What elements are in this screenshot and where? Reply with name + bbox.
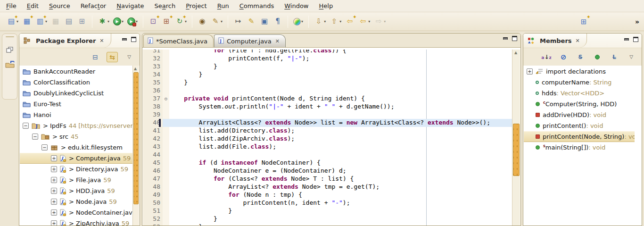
member-item-computername[interactable]: computerName : String bbox=[524, 77, 635, 88]
code-text[interactable]: ArrayList<Class<? extends Node>> list = … bbox=[169, 119, 512, 127]
filter-public-members-button[interactable] bbox=[592, 52, 603, 62]
expand-icon[interactable]: + bbox=[51, 166, 57, 172]
line-number[interactable]: 35 bbox=[143, 79, 163, 87]
menu-run[interactable]: Run bbox=[212, 0, 234, 11]
collapse-icon[interactable]: − bbox=[41, 144, 48, 151]
code-text[interactable]: private void printContent(Node d, String… bbox=[169, 95, 512, 103]
menu-project[interactable]: Project bbox=[181, 0, 212, 11]
expand-icon[interactable]: + bbox=[51, 188, 57, 194]
code-text[interactable]: System.out.println("|-" + ident + " " + … bbox=[169, 103, 512, 111]
tree-item-node-java[interactable]: +J> Node.java59 bbox=[20, 196, 132, 207]
line-number[interactable]: 36 bbox=[143, 87, 163, 95]
explorer-scrollbar[interactable]: ▲ bbox=[132, 66, 139, 226]
member-item-import-declarations[interactable]: +import declarations bbox=[524, 66, 635, 77]
code-line-44[interactable]: 44 bbox=[143, 151, 512, 159]
code-text[interactable]: for (File f : hdd.get(File.class)) { bbox=[169, 50, 512, 55]
expand-icon[interactable]: + bbox=[51, 177, 57, 183]
close-icon[interactable]: ✕ bbox=[576, 38, 580, 44]
link-with-editor-button[interactable]: ⇆ bbox=[107, 52, 118, 62]
member-item-hdds[interactable]: hdds : Vector<HDD> bbox=[524, 88, 635, 99]
tree-item-file-java[interactable]: +J> File.java59 bbox=[20, 175, 132, 185]
code-line-50[interactable]: 50 printContent(n, ident + "-"); bbox=[143, 199, 512, 207]
code-text[interactable] bbox=[169, 151, 512, 159]
menu-search[interactable]: Search bbox=[149, 0, 181, 11]
code-text[interactable]: } bbox=[169, 207, 512, 215]
line-number[interactable]: 44 bbox=[143, 151, 163, 159]
code-text[interactable]: list.add(ZipArchiv.class); bbox=[169, 135, 512, 143]
expand-icon[interactable]: + bbox=[51, 155, 57, 161]
editor-scrollbar[interactable]: ▲ bbox=[512, 50, 520, 226]
scrollbar-thumb[interactable] bbox=[133, 72, 139, 204]
minimize-button[interactable] bbox=[624, 38, 629, 41]
editor-tab-computer-java[interactable]: JComputer.java✕ bbox=[214, 34, 286, 47]
line-number[interactable]: 46 bbox=[143, 167, 163, 175]
search-button[interactable]: ✎▾ bbox=[209, 16, 224, 27]
toolbar-overflow-chevron[interactable]: » bbox=[635, 18, 639, 25]
members-tab[interactable]: Members ✕ bbox=[523, 33, 587, 48]
code-text[interactable]: } bbox=[169, 215, 512, 223]
line-number[interactable]: 37 bbox=[143, 95, 163, 103]
run-button[interactable]: ▶▾ bbox=[112, 17, 125, 26]
compare-button[interactable]: ⊞ bbox=[76, 16, 88, 27]
code-line-43[interactable]: 43 list.add(File.class); bbox=[143, 143, 512, 151]
tree-item-hdd-java[interactable]: +J> HDD.java59 bbox=[20, 185, 132, 196]
new-wizard-button[interactable]: ▤▾ bbox=[5, 16, 20, 27]
tree-item-directory-java[interactable]: +J> Directory.java59 bbox=[20, 164, 132, 175]
next-annotation-button[interactable]: ⇩▾ bbox=[313, 16, 327, 27]
menu-window[interactable]: Window bbox=[279, 0, 314, 11]
editor-tab--someclass-java[interactable]: J*SomeClass.java bbox=[143, 34, 214, 47]
open-resource-button[interactable]: ◉ bbox=[196, 16, 208, 27]
code-line-53[interactable]: 53 } bbox=[143, 223, 512, 226]
menu-navigate[interactable]: Navigate bbox=[111, 0, 149, 11]
menu-commands[interactable]: Commands bbox=[234, 0, 280, 11]
scroll-up-icon[interactable]: ▲ bbox=[134, 67, 137, 71]
expand-icon[interactable]: + bbox=[51, 199, 57, 205]
code-text[interactable]: NodeContainer e = (NodeContainer) d; bbox=[169, 167, 512, 175]
line-number[interactable]: 34 bbox=[143, 71, 163, 79]
line-number[interactable]: 39 bbox=[143, 111, 163, 119]
tree-item-computer-java[interactable]: +J> Computer.java59 bbox=[20, 153, 132, 164]
synchronize-button[interactable]: ↻▾ bbox=[173, 16, 188, 27]
code-text[interactable]: for (Class<? extends Node> T : list) { bbox=[169, 175, 512, 183]
prev-annotation-button[interactable]: ⇧▾ bbox=[328, 16, 343, 27]
fold-collapse-icon[interactable]: ⊖ bbox=[163, 95, 169, 103]
code-line-34[interactable]: 34 } bbox=[143, 71, 512, 79]
expand-icon[interactable]: + bbox=[51, 209, 57, 216]
hide-fields-button[interactable]: ⊘ bbox=[558, 52, 569, 62]
member-item-computer-string-hdd[interactable]: cComputer(String, HDD) bbox=[524, 99, 635, 109]
dropdown-arrow-icon[interactable]: ▾ bbox=[17, 19, 18, 24]
member-item-printcontent[interactable]: printContent() : void bbox=[524, 120, 635, 131]
code-line-36[interactable]: 36 bbox=[143, 87, 512, 95]
code-line-35[interactable]: 35 } bbox=[143, 79, 512, 87]
code-line-37[interactable]: 37⊖ private void printContent(Node d, St… bbox=[143, 95, 512, 103]
scrollbar-thumb[interactable] bbox=[513, 124, 520, 176]
debug-button[interactable]: ✱▾ bbox=[96, 16, 111, 27]
forward-button[interactable]: ⇨▾ bbox=[372, 16, 387, 27]
expand-icon[interactable]: + bbox=[527, 68, 533, 75]
code-text[interactable]: list.add(File.class); bbox=[169, 143, 512, 151]
dropdown-arrow-icon[interactable]: ▾ bbox=[384, 19, 386, 24]
code-line-46[interactable]: 46 NodeContainer e = (NodeContainer) d; bbox=[143, 167, 512, 175]
tree-item-edu-kit-filesystem[interactable]: −> edu.kit.filesystem bbox=[20, 142, 132, 153]
tree-item-hanoi[interactable]: Hanoi bbox=[20, 109, 132, 120]
open-perspective-button[interactable]: ⊞ bbox=[576, 15, 591, 28]
maximize-button[interactable] bbox=[131, 37, 136, 42]
code-text[interactable]: } bbox=[169, 71, 512, 79]
code-text[interactable]: } bbox=[169, 79, 512, 87]
menu-help[interactable]: Help bbox=[314, 0, 339, 11]
minimize-button[interactable] bbox=[122, 38, 127, 41]
new-repository-button[interactable]: ⊞ bbox=[160, 16, 173, 27]
menu-edit[interactable]: Edit bbox=[22, 0, 44, 11]
dropdown-arrow-icon[interactable]: ▾ bbox=[122, 19, 124, 24]
code-text[interactable] bbox=[169, 111, 512, 119]
print-button[interactable]: ▤ bbox=[63, 16, 75, 27]
open-perspective-button[interactable]: ⊞ bbox=[578, 16, 590, 27]
close-icon[interactable]: ✕ bbox=[275, 38, 280, 44]
code-line-41[interactable]: 41 list.add(Directory.class); bbox=[143, 127, 512, 135]
drag-grip[interactable] bbox=[6, 36, 14, 37]
line-number[interactable]: 45 bbox=[143, 159, 163, 167]
line-number[interactable]: 31 bbox=[143, 50, 163, 55]
line-number[interactable]: 48 bbox=[143, 183, 163, 191]
checkout-button[interactable]: ⊡ bbox=[147, 16, 159, 27]
collapse-all-button[interactable]: ⊟ bbox=[90, 52, 101, 62]
